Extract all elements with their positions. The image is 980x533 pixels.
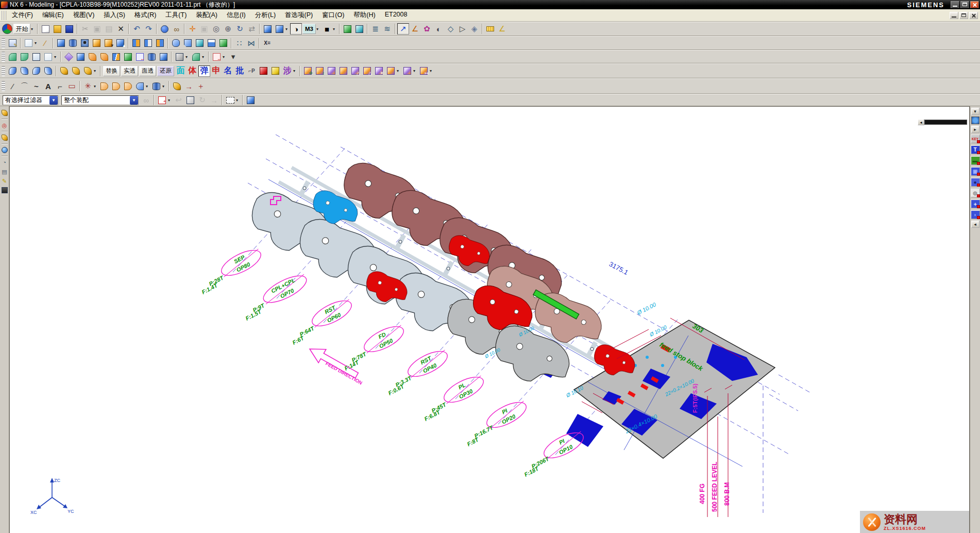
edge-blend-icon[interactable] [170,38,182,49]
snap-crosshair-icon[interactable]: ＋ [156,94,168,106]
variational-sweep-icon[interactable] [70,65,82,77]
selection-scope-dropdown-arrow-icon[interactable]: ▼ [130,96,138,105]
perspective-icon[interactable] [262,23,274,35]
layer-settings-icon[interactable]: ≣ [369,23,381,35]
graphics-viewport[interactable]: FEED DIRECTION SEPOP80 CPL+CPLOP70 RS [9,106,970,533]
fit-view-icon[interactable]: ✛ [187,23,198,35]
target-tool-icon[interactable]: ◎ [0,121,9,130]
slider-track[interactable] [924,120,967,125]
hole-icon[interactable] [79,38,91,49]
rectangle-select-icon-dropdown-icon[interactable]: ▾ [236,98,241,103]
thicken-icon-dropdown-icon[interactable]: ▾ [162,84,167,89]
component-list-icon-dropdown-icon[interactable]: ▾ [397,69,401,73]
minimize-button[interactable] [951,1,959,8]
mesh-surface-icon[interactable] [42,65,54,77]
clamp-tool-icon[interactable] [0,133,9,142]
face-transparent-button[interactable]: 面透 [139,66,156,76]
restore-button[interactable]: 还原 [157,66,174,76]
pad-icon[interactable]: ▴ [114,38,126,49]
open-file-icon[interactable] [52,23,63,35]
toolbar-grip[interactable] [2,66,5,76]
rectangle-icon[interactable]: ▭ [66,80,78,92]
pull-face-icon[interactable] [19,51,30,62]
find-icon[interactable]: ∞ [171,23,182,35]
shell-icon[interactable] [206,38,217,49]
shaded-display-icon[interactable]: ◑ [290,23,302,35]
maximize-button[interactable] [960,1,969,8]
intersection-point-icon[interactable]: ＋ [195,80,207,92]
menu-insert[interactable]: 插入(S) [99,9,130,21]
extend-tool-button[interactable]: 申 [210,65,222,77]
mdi-restore-button[interactable] [959,12,968,19]
label-chamfer-icon[interactable] [98,51,110,62]
pocket-icon[interactable]: ▾ [103,38,114,49]
resource-collapse-button[interactable]: ▾ [971,108,979,115]
checklist-tool-icon[interactable]: ▤ [0,167,9,176]
pattern-component-icon[interactable] [337,65,349,77]
draft-icon[interactable] [194,38,206,49]
pattern-feature-icon[interactable]: ∷ [233,38,245,49]
curve-length-icon[interactable] [122,80,134,92]
menu-file[interactable]: 文件(F) [7,9,38,21]
close-button[interactable] [970,1,979,8]
constraint-icon-dropdown-icon[interactable]: ▾ [413,69,418,73]
edit-cross-section-icon-dropdown-icon[interactable]: ▾ [202,55,207,59]
assembly-more-icon[interactable]: ↦ [418,65,430,77]
solid-transparent-button[interactable]: 实透 [121,66,138,76]
palette-back-button[interactable]: ◂ [971,221,979,228]
info-icon[interactable] [159,23,171,35]
intersect-icon[interactable] [154,38,166,49]
face-tool-button[interactable]: 面 [175,65,187,77]
chamfer-icon[interactable] [182,38,194,49]
red-block-icon[interactable] [258,65,269,77]
rectangle-select-icon[interactable] [224,94,236,106]
sew-icon-dropdown-icon[interactable]: ▾ [146,84,150,89]
resize-blend-icon[interactable] [63,51,75,62]
revolve-icon[interactable] [67,38,79,49]
part-thumb-cup[interactable]: ◍ [971,189,980,197]
replace-ref-button[interactable]: 替换 [103,66,120,76]
mdi-close-button[interactable] [969,12,978,19]
annotate-tool-icon[interactable]: ✎ [0,176,9,186]
menu-information[interactable]: 信息(I) [222,9,250,21]
toolbar-grip[interactable] [2,38,5,48]
mate-component-icon[interactable]: △ [349,65,361,77]
name-tool-button[interactable]: 名 [222,65,234,77]
menu-et2008[interactable]: ET2008 [380,9,412,21]
line-icon[interactable]: ∕ [7,80,19,92]
toolbar-grip[interactable] [2,52,5,62]
layer-visibility-icon[interactable]: ≋ [381,23,393,35]
pan-disabled-icon[interactable]: → [208,94,220,106]
new-file-icon[interactable] [40,23,52,35]
color-swatch-icon[interactable]: ■ [321,23,333,35]
swept-surface-icon[interactable] [19,65,30,77]
toolbar-grip[interactable] [2,81,5,91]
reorder-blends-icon[interactable] [75,51,87,62]
view-orient-icon[interactable] [274,23,285,35]
menu-preferences[interactable]: 首选项(P) [280,9,317,21]
move-face-icon[interactable] [7,51,19,62]
menu-view[interactable]: 视图(V) [69,9,99,21]
edit-cross-section-icon[interactable] [190,51,202,62]
zoom-circle-icon[interactable]: ◎ [210,23,222,35]
interference-tool-button[interactable]: 涉 [281,65,293,77]
mdi-minimize-button[interactable] [950,12,958,19]
selection-filter-dropdown[interactable]: 有选择过滤器▼ [3,95,58,105]
wcs-dynamics-icon[interactable]: ↗ [397,23,409,35]
datum-plane-icon-dropdown-icon[interactable]: ▾ [35,41,39,45]
navigator-tool-icon[interactable] [0,186,9,195]
arc-icon[interactable]: ⌒ [19,80,30,92]
start-menu-button-dropdown-icon[interactable]: ▾ [31,27,36,31]
batch-tool-button[interactable]: 批 [234,65,246,77]
sew-icon[interactable] [134,80,146,92]
group-face-icon-dropdown-icon[interactable]: ▾ [185,55,190,59]
ruled-surface-icon[interactable] [30,65,42,77]
find-component-icon[interactable]: ∞ [140,94,152,106]
start-menu-button[interactable]: 开始 [13,24,30,34]
pan-icon[interactable]: ⇄ [246,23,258,35]
sync-dimension-icon[interactable]: ↔ [211,51,223,62]
subtract-icon[interactable] [142,38,154,49]
assemble-component-icon[interactable]: ↕ [314,65,326,77]
view-orient-icon-dropdown-icon[interactable]: ▾ [285,27,290,31]
measure-distance-icon[interactable] [484,23,496,35]
